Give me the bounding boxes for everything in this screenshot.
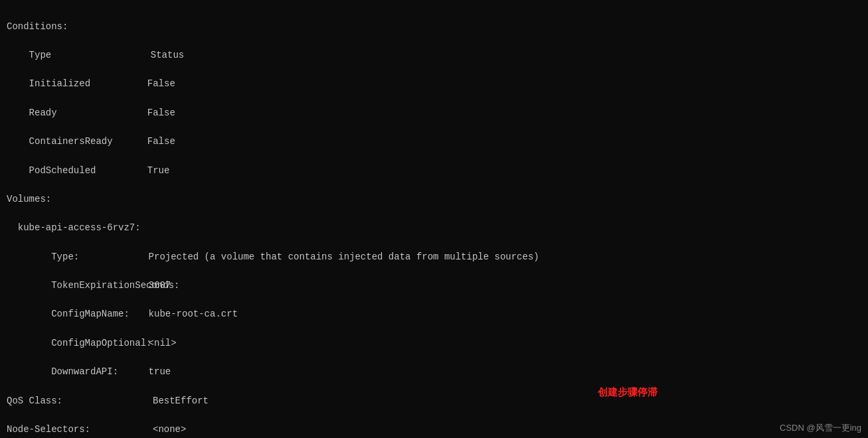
vol-token-line: TokenExpirationSeconds:3607 (7, 279, 861, 293)
vol-dapi-line: DownwardAPI:true (7, 365, 861, 380)
cond-init-key: Initialized (18, 77, 147, 92)
vol-type-val: Projected (a volume that contains inject… (149, 252, 539, 262)
node-sel-line: Node-Selectors:<none> (7, 423, 861, 437)
vol-cmo-key: ConfigMapOptional: (29, 336, 149, 351)
cond-type-val: Status (151, 50, 184, 60)
vol-type-key: Type: (29, 250, 149, 265)
terminal-output: Conditions: TypeStatus InitializedFalse … (0, 0, 868, 438)
vol-type-line: Type:Projected (a volume that contains i… (7, 250, 861, 265)
vol-cm-line: ConfigMapName:kube-root-ca.crt (7, 307, 861, 322)
cond-cr-val: False (147, 136, 175, 147)
cond-type-line: TypeStatus (7, 48, 861, 63)
cond-ready-val: False (147, 108, 175, 118)
qos-line: QoS Class:BestEffort (7, 394, 861, 409)
vol-dapi-key: DownwardAPI: (29, 365, 149, 380)
watermark-text: CSDN @风雪一更ing (780, 422, 861, 434)
cond-ps-val: True (147, 165, 170, 176)
cond-ready-key: Ready (18, 106, 147, 121)
qos-key: QoS Class: (7, 394, 153, 409)
vol-token-val: 3607 (149, 280, 171, 291)
qos-val: BestEffort (153, 396, 209, 406)
vol-token-key: TokenExpirationSeconds: (29, 279, 149, 293)
vol-dapi-val: true (149, 366, 171, 377)
vol-cmo-line: ConfigMapOptional:<nil> (7, 336, 861, 351)
volumes-label: Volumes: (7, 194, 51, 204)
cond-ready-line: ReadyFalse (7, 106, 861, 121)
annotation-text: 创建步骤停滞 (598, 386, 657, 399)
cond-ps-key: PodScheduled (18, 164, 147, 179)
node-sel-val: <none> (153, 424, 186, 435)
vol-cmo-val: <nil> (149, 338, 177, 348)
conditions-label: Conditions: (7, 21, 68, 32)
cond-cr-key: ContainersReady (18, 135, 147, 149)
cond-init-line: InitializedFalse (7, 77, 861, 92)
vol-cm-val: kube-root-ca.crt (149, 309, 238, 319)
vol-name-line: kube-api-access-6rvz7: (7, 221, 861, 236)
volumes-header: Volumes: (7, 192, 861, 207)
cond-cr-line: ContainersReadyFalse (7, 135, 861, 149)
cond-init-val: False (147, 78, 175, 89)
conditions-header: Conditions: (7, 20, 861, 35)
vol-cm-key: ConfigMapName: (29, 307, 149, 322)
node-sel-key: Node-Selectors: (7, 423, 153, 437)
cond-ps-line: PodScheduledTrue (7, 164, 861, 179)
cond-type-key: Type (18, 48, 151, 63)
vol-name-label: kube-api-access-6rvz7: (7, 222, 141, 233)
